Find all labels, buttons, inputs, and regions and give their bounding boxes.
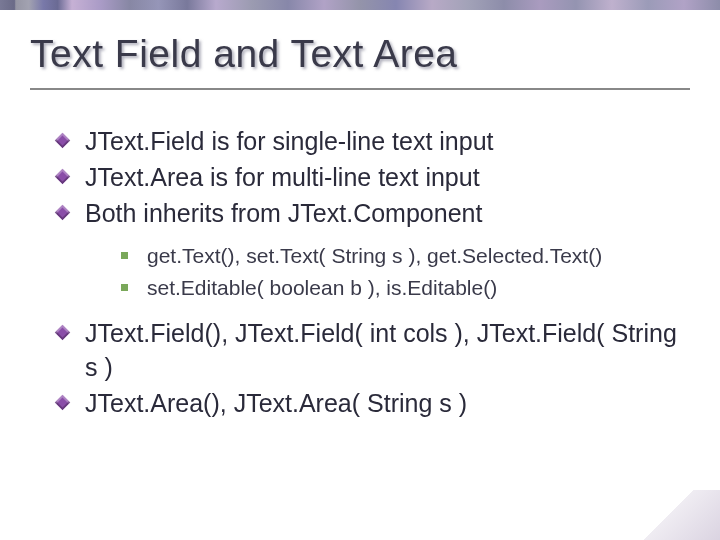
bullet-text: JText.Field(), JText.Field( int cols ), … [85,319,677,381]
bullet-list: JText.Field is for single-line text inpu… [85,125,690,421]
bullet-item: JText.Field(), JText.Field( int cols ), … [85,317,690,385]
bullet-text: JText.Area is for multi-line text input [85,163,480,191]
sub-bullet-item: get.Text(), set.Text( String s ), get.Se… [125,240,690,272]
bullet-item: JText.Area is for multi-line text input [85,161,690,195]
bullet-text: Both inherits from JText.Component [85,199,482,227]
slide-top-border [0,0,720,10]
sub-bullet-text: get.Text(), set.Text( String s ), get.Se… [147,244,602,267]
bullet-item: JText.Field is for single-line text inpu… [85,125,690,159]
slide-body: Text Field and Text Area JText.Field is … [0,10,720,453]
bullet-item: Both inherits from JText.Component get.T… [85,197,690,304]
slide-title: Text Field and Text Area [30,10,690,90]
sub-bullet-item: set.Editable( boolean b ), is.Editable() [125,272,690,304]
slide-corner-decoration [600,490,720,540]
bullet-text: JText.Field is for single-line text inpu… [85,127,494,155]
sub-bullet-text: set.Editable( boolean b ), is.Editable() [147,276,497,299]
slide-content: JText.Field is for single-line text inpu… [30,125,690,421]
sub-bullet-list: get.Text(), set.Text( String s ), get.Se… [125,240,690,303]
bullet-item: JText.Area(), JText.Area( String s ) [85,387,690,421]
bullet-text: JText.Area(), JText.Area( String s ) [85,389,467,417]
